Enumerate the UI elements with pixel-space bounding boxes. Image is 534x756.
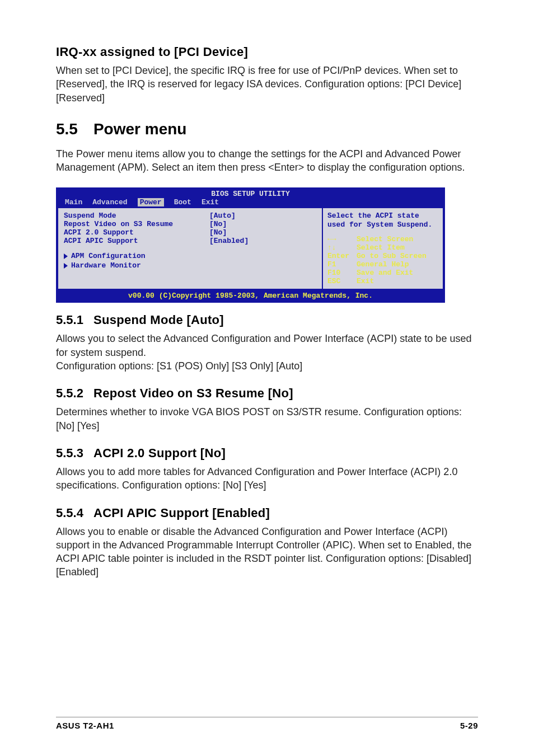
bios-nav-row: F1General Help (327, 260, 438, 269)
body-5-5: The Power menu items allow you to change… (56, 147, 478, 175)
heading-5-5-3: 5.5.3 ACPI 2.0 Support [No] (56, 446, 478, 461)
heading-num: 5.5 (56, 120, 78, 138)
bios-option-label: ACPI 2.0 Support (64, 228, 209, 237)
bios-option[interactable]: ACPI 2.0 Support [No] (64, 228, 316, 237)
bios-option-value: [Enabled] (209, 237, 249, 245)
nav-label: Go to Sub Screen (357, 252, 427, 260)
bios-help-pane: Select the ACPI state used for System Su… (323, 208, 444, 290)
bios-tab-boot[interactable]: Boot (164, 198, 202, 206)
nav-label: Select Screen (357, 235, 413, 243)
bios-nav-row: F10Save and Exit (327, 269, 438, 277)
nav-key: Enter (327, 252, 357, 260)
bios-help-text: Select the ACPI state used for System Su… (327, 212, 438, 229)
footer-page-number: 5-29 (460, 721, 478, 730)
bios-option[interactable]: Suspend Mode [Auto] (64, 212, 316, 220)
footer-product: ASUS T2-AH1 (56, 721, 114, 730)
bios-submenu[interactable]: APM Configuration (64, 252, 316, 260)
bios-nav-keys: ←→Select Screen ↑↓Select Item EnterGo to… (327, 235, 438, 285)
bios-copyright: v00.00 (C)Copyright 1985-2003, American … (57, 290, 444, 302)
nav-key: ↑↓ (327, 243, 357, 252)
heading-title: ACPI APIC Support [Enabled] (93, 506, 270, 520)
bios-tab-exit[interactable]: Exit (202, 198, 229, 206)
bios-nav-row: ←→Select Screen (327, 235, 438, 243)
bios-option[interactable]: Repost Video on S3 Resume [No] (64, 220, 316, 228)
bios-option-label: Suspend Mode (64, 212, 209, 220)
nav-label: Save and Exit (357, 269, 413, 277)
bios-nav-row: ↑↓Select Item (327, 243, 438, 252)
heading-title: Repost Video on S3 Resume [No] (93, 386, 293, 401)
body-5-5-3: Allows you to add more tables for Advanc… (56, 465, 478, 492)
bios-option-label: Repost Video on S3 Resume (64, 220, 209, 228)
bios-submenu-label: Hardware Monitor (71, 261, 141, 270)
nav-key: ←→ (327, 235, 357, 243)
heading-irq: IRQ-xx assigned to [PCI Device] (56, 45, 478, 59)
bios-screenshot: BIOS SETUP UTILITY Main Advanced Power B… (56, 187, 445, 303)
nav-key: F1 (327, 260, 357, 269)
body-irq: When set to [PCI Device], the specific I… (56, 64, 478, 105)
bios-submenu[interactable]: Hardware Monitor (64, 261, 316, 270)
bios-body: Suspend Mode [Auto] Repost Video on S3 R… (57, 208, 444, 290)
bios-option[interactable]: ACPI APIC Support [Enabled] (64, 237, 316, 245)
nav-label: General Help (357, 260, 409, 269)
bios-submenu-label: APM Configuration (71, 252, 146, 260)
heading-5-5-1: 5.5.1 Suspend Mode [Auto] (56, 313, 478, 327)
bios-option-value: [Auto] (209, 212, 236, 220)
nav-label: Select Item (357, 243, 405, 252)
heading-num: 5.5.4 (56, 506, 83, 520)
bios-nav-row: ESCExit (327, 277, 438, 285)
nav-label: Exit (357, 277, 374, 285)
bios-title: BIOS SETUP UTILITY (57, 189, 444, 198)
page-footer: ASUS T2-AH1 5-29 (56, 717, 478, 730)
body-5-5-1: Allows you to select the Advanced Config… (56, 332, 478, 373)
heading-title: ACPI 2.0 Support [No] (93, 446, 226, 461)
heading-title: Power menu (93, 120, 186, 138)
nav-key: ESC (327, 277, 357, 285)
heading-num: 5.5.2 (56, 386, 83, 401)
bios-tab-advanced[interactable]: Advanced (92, 198, 137, 206)
triangle-icon (64, 263, 68, 269)
body-5-5-4: Allows you to enable or disable the Adva… (56, 525, 478, 579)
triangle-icon (64, 253, 68, 259)
heading-num: 5.5.1 (56, 313, 83, 327)
bios-nav-row: EnterGo to Sub Screen (327, 252, 438, 260)
nav-key: F10 (327, 269, 357, 277)
heading-title: Suspend Mode [Auto] (93, 313, 224, 327)
bios-option-value: [No] (209, 220, 227, 228)
heading-5-5-2: 5.5.2 Repost Video on S3 Resume [No] (56, 386, 478, 401)
heading-5-5-4: 5.5.4 ACPI APIC Support [Enabled] (56, 506, 478, 520)
bios-option-value: [No] (209, 228, 227, 237)
bios-tab-power[interactable]: Power (138, 198, 164, 206)
body-5-5-2: Determines whether to invoke VGA BIOS PO… (56, 405, 478, 433)
bios-options-pane: Suspend Mode [Auto] Repost Video on S3 R… (57, 208, 323, 290)
bios-menu-bar: Main Advanced Power Boot Exit (57, 198, 444, 208)
bios-tab-main[interactable]: Main (65, 198, 92, 206)
heading-num: 5.5.3 (56, 446, 83, 461)
bios-option-label: ACPI APIC Support (64, 237, 209, 245)
heading-5-5: 5.5 Power menu (56, 120, 478, 138)
